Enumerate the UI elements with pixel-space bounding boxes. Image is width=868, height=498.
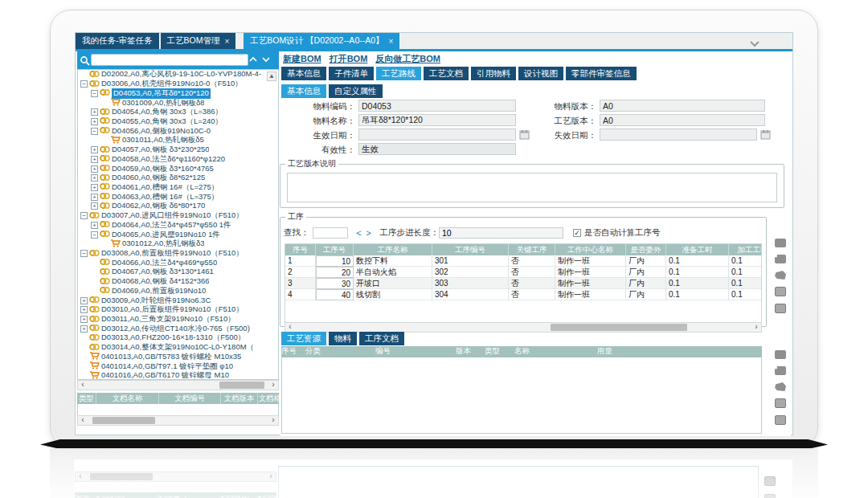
tree-node[interactable]: −D04053,A0,吊耳δ8*120*120 (78, 88, 278, 98)
expand-toggle-icon[interactable]: + (91, 108, 98, 116)
tree-node[interactable]: 0401016,A0,GB/T6170 镀锌螺母 M10 (78, 371, 278, 380)
tree-node[interactable]: −D03006,A0,机壳组件919No10-0（F510） (78, 80, 278, 89)
tree-node[interactable]: +D04061,A0,槽钢 16#（L=275） (78, 183, 278, 193)
tab-3[interactable]: 工艺路线 (376, 67, 421, 80)
process-action-icon-3[interactable] (775, 271, 786, 280)
tree-node[interactable]: −D03008,A0,前置板组件919No10（F510） (78, 249, 278, 259)
tree-horizontal-scrollbar[interactable]: ‹ › (77, 380, 279, 390)
tab-7[interactable]: 零部件审签信息 (566, 67, 637, 80)
tree-node[interactable]: 0301011,A0,热轧钢板δ5 (78, 136, 278, 145)
reverse-bom-link[interactable]: 反向做工艺BOM (375, 53, 440, 66)
tree-node[interactable]: +D03010,A0,后置板组件919No10（F510） (78, 305, 278, 315)
tab-6[interactable]: 设计视图 (518, 67, 563, 80)
resource-action-icon-1[interactable] (775, 350, 786, 359)
tree-node[interactable]: +D04058,A0,法兰δ6*φ1160*φ1220 (78, 154, 278, 164)
close-icon[interactable]: × (389, 37, 394, 46)
expand-toggle-icon[interactable]: + (91, 194, 98, 201)
find-next-icon[interactable]: > (364, 228, 374, 238)
scroll-right-icon[interactable]: › (269, 381, 277, 390)
tree-node[interactable]: D04067,A0,钢板 δ3*130*1461 (78, 267, 278, 277)
tree-node[interactable]: +D04063,A0,槽钢 16#（L=375） (78, 192, 278, 202)
expand-toggle-icon[interactable]: − (91, 128, 98, 135)
expand-toggle-icon[interactable]: + (91, 222, 98, 229)
scroll-left-icon[interactable]: ‹ (286, 323, 294, 332)
expand-toggle-icon[interactable]: + (91, 174, 98, 182)
calendar-icon[interactable] (760, 129, 771, 140)
bottom-tab-2[interactable]: 物料 (329, 332, 357, 345)
expand-toggle-icon[interactable]: + (80, 316, 88, 323)
tree-node[interactable]: 0301012,A0,热轧钢板δ3 (78, 239, 278, 249)
bottom-tab-3[interactable]: 工序文档 (359, 332, 404, 345)
scroll-right-icon[interactable]: › (752, 323, 760, 332)
tree-node[interactable]: D03013,A0,FHZ200-16×18-1310（F500） (78, 333, 278, 343)
tree-node[interactable]: +D04062,A0,钢板 δ6*80*170 (78, 202, 278, 211)
tree-node[interactable]: D03014,A0,整体支架919No10C-L0-Y180M（ (78, 343, 278, 353)
window-tab[interactable]: 工艺BOM管理× (161, 33, 236, 49)
tree-node[interactable]: D04068,A0,钢板 δ4*152*366 (78, 277, 278, 287)
expand-toggle-icon[interactable]: + (91, 118, 98, 125)
tree-node[interactable]: +D03009,A0,叶轮组件919No6.3C (78, 296, 278, 305)
process-table-row[interactable]: 330开坡口303否制作一班厂内0.10.1 (285, 278, 761, 289)
subtab-2[interactable]: 自定义属性 (329, 84, 383, 98)
process-version-note-input[interactable] (287, 173, 777, 202)
expand-toggle-icon[interactable]: + (80, 306, 88, 313)
process-table-row[interactable]: 220半自动火焰302否制作一班厂内0.10.1 (285, 267, 761, 278)
scroll-left-icon[interactable]: ‹ (79, 416, 87, 425)
tree-node[interactable]: +D04059,A0,钢板 δ3*160*4765 (78, 164, 278, 173)
tree-node[interactable]: +D04064,A0,法兰δ4*φ457*φ550 1件 (78, 221, 278, 231)
expand-toggle-icon[interactable]: + (91, 202, 98, 210)
expand-toggle-icon[interactable]: + (91, 146, 98, 153)
expire-date-field[interactable] (600, 129, 757, 141)
document-horizontal-scrollbar[interactable]: ‹ › (77, 415, 279, 426)
process-action-icon-4[interactable] (775, 287, 786, 296)
resource-action-icon-2[interactable] (775, 366, 786, 375)
expand-toggle-icon[interactable]: − (80, 212, 88, 219)
bottom-tab-1[interactable]: 工艺资源 (281, 332, 326, 345)
process-table-row[interactable]: 110数控下料301否制作一班厂内0.10.1 (285, 255, 761, 267)
material-name-field[interactable] (358, 114, 516, 126)
expand-toggle-icon[interactable]: − (91, 90, 98, 97)
expand-toggle-icon[interactable]: − (80, 80, 88, 88)
close-icon[interactable]: × (224, 37, 229, 46)
expand-toggle-icon[interactable]: + (80, 297, 88, 304)
effective-date-field[interactable] (358, 129, 516, 141)
tree-node[interactable]: −D03007,A0,进风口组件919No10（F510） (78, 211, 278, 221)
tree-node[interactable]: D02002,A0,离心风机9-19-10C-L0-YVP180M-4- (78, 70, 278, 80)
expand-toggle-icon[interactable]: + (91, 165, 98, 173)
open-bom-link[interactable]: 打开BOM (330, 53, 368, 66)
process-find-input[interactable] (313, 227, 348, 239)
search-prev-icon[interactable] (248, 55, 258, 65)
tree-node[interactable]: +D04055,A0,角钢 30x3（L=240） (78, 117, 278, 127)
tree-node[interactable]: 0401013,A0,GB/T5783 镀锌螺栓 M10x35 (78, 353, 278, 362)
scroll-up-button[interactable]: ▲ (267, 71, 276, 81)
tree-node[interactable]: +D04057,A0,钢板 δ3*230*250 (78, 145, 278, 155)
material-version-field[interactable] (600, 100, 765, 112)
process-version-field[interactable] (600, 114, 765, 126)
tree-node[interactable]: +D03011,A0,三角支架919No10（F510） (78, 315, 278, 325)
tab-1[interactable]: 基本信息 (281, 67, 326, 80)
tree-node[interactable]: 0301009,A0,热轧钢板δ8 (78, 98, 278, 108)
expand-toggle-icon[interactable]: + (80, 325, 88, 333)
resource-action-icon-5[interactable] (775, 415, 786, 425)
step-length-input[interactable] (439, 227, 563, 239)
process-action-icon-1[interactable] (775, 239, 786, 247)
new-bom-link[interactable]: 新建BOM (283, 53, 321, 66)
expand-toggle-icon[interactable]: + (91, 156, 98, 163)
subtab-1[interactable]: 基本信息 (281, 84, 326, 98)
find-prev-icon[interactable]: < (354, 228, 364, 238)
tree-node[interactable]: −D04065,A0,进风壁919No10 1件 (78, 230, 278, 239)
expand-toggle-icon[interactable]: + (91, 184, 98, 191)
tab-5[interactable]: 引用物料 (471, 67, 516, 80)
resource-action-icon-4[interactable] (775, 398, 786, 408)
tab-4[interactable]: 工艺文档 (424, 67, 469, 80)
material-code-field[interactable] (358, 100, 516, 112)
tab-2[interactable]: 子件清单 (329, 67, 374, 80)
search-input[interactable] (91, 54, 248, 66)
tree-node[interactable]: +D04054,A0,角钢 30x3（L=386） (78, 108, 278, 117)
window-tab[interactable]: 我的任务-审签任务 (76, 33, 159, 49)
resource-action-icon-3[interactable] (775, 382, 786, 391)
tree-node[interactable]: D04066,A0,法兰δ4*φ469*φ550 (78, 258, 278, 267)
window-tab[interactable]: 工艺BOM设计 【D02002--A0--A0】× (244, 33, 399, 49)
tree-node[interactable]: +D04060,A0,钢板 δ8*62*125 (78, 173, 278, 183)
tree-node[interactable]: 0401014,A0,GB/T97.1 镀锌平垫圈 φ10 (78, 361, 278, 371)
